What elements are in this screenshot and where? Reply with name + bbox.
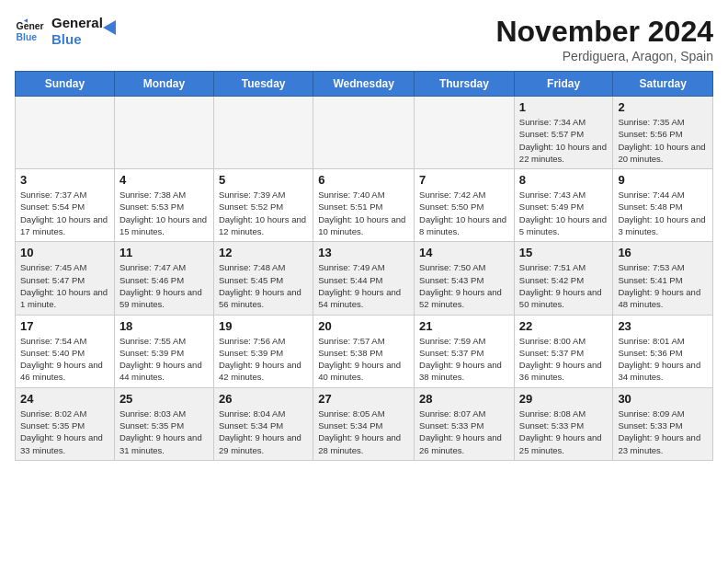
calendar-cell: 28Sunrise: 8:07 AMSunset: 5:33 PMDayligh…	[415, 387, 515, 460]
cell-info: Sunrise: 7:39 AMSunset: 5:52 PMDaylight:…	[219, 189, 308, 237]
header-row: SundayMondayTuesdayWednesdayThursdayFrid…	[16, 72, 713, 97]
cell-info: Sunrise: 7:34 AMSunset: 5:57 PMDaylight:…	[519, 116, 609, 165]
calendar-cell: 4Sunrise: 7:38 AMSunset: 5:53 PMDaylight…	[114, 169, 213, 242]
cell-info: Sunrise: 7:53 AMSunset: 5:41 PMDaylight:…	[618, 261, 708, 310]
title-area: November 2024 Perdiguera, Aragon, Spain	[495, 15, 713, 63]
cell-info: Sunrise: 8:05 AMSunset: 5:34 PMDaylight:…	[318, 408, 409, 456]
day-number: 25	[119, 392, 209, 406]
day-number: 2	[618, 100, 708, 114]
calendar-cell: 25Sunrise: 8:03 AMSunset: 5:35 PMDayligh…	[114, 387, 213, 460]
calendar-cell: 9Sunrise: 7:44 AMSunset: 5:48 PMDaylight…	[613, 169, 713, 242]
calendar-cell	[313, 97, 415, 169]
cell-info: Sunrise: 7:54 AMSunset: 5:40 PMDaylight:…	[20, 335, 109, 384]
day-number: 9	[618, 173, 708, 187]
logo-general: General	[51, 15, 103, 31]
day-number: 11	[119, 246, 209, 259]
cell-info: Sunrise: 7:50 AMSunset: 5:43 PMDaylight:…	[419, 261, 509, 310]
day-number: 12	[219, 246, 308, 259]
day-number: 17	[20, 319, 109, 333]
logo-blue: Blue	[51, 31, 103, 48]
calendar-cell: 27Sunrise: 8:05 AMSunset: 5:34 PMDayligh…	[313, 387, 415, 460]
day-number: 28	[419, 392, 509, 406]
cell-info: Sunrise: 7:55 AMSunset: 5:39 PMDaylight:…	[119, 335, 209, 384]
calendar-cell: 15Sunrise: 7:51 AMSunset: 5:42 PMDayligh…	[514, 242, 613, 315]
svg-marker-3	[103, 20, 116, 35]
cell-info: Sunrise: 7:38 AMSunset: 5:53 PMDaylight:…	[119, 189, 209, 237]
day-number: 3	[20, 173, 109, 187]
cell-info: Sunrise: 7:59 AMSunset: 5:37 PMDaylight:…	[419, 335, 509, 384]
location: Perdiguera, Aragon, Spain	[495, 49, 713, 63]
calendar-table: SundayMondayTuesdayWednesdayThursdayFrid…	[15, 71, 713, 461]
calendar-cell	[415, 97, 515, 169]
calendar-cell: 26Sunrise: 8:04 AMSunset: 5:34 PMDayligh…	[213, 387, 313, 460]
day-number: 8	[519, 173, 609, 187]
col-header-thursday: Thursday	[415, 72, 515, 97]
calendar-cell: 12Sunrise: 7:48 AMSunset: 5:45 PMDayligh…	[213, 242, 313, 315]
cell-info: Sunrise: 8:03 AMSunset: 5:35 PMDaylight:…	[119, 408, 209, 456]
day-number: 4	[119, 173, 209, 187]
calendar-cell: 11Sunrise: 7:47 AMSunset: 5:46 PMDayligh…	[114, 242, 213, 315]
day-number: 24	[20, 392, 109, 406]
day-number: 6	[318, 173, 409, 187]
calendar-cell: 16Sunrise: 7:53 AMSunset: 5:41 PMDayligh…	[613, 242, 713, 315]
day-number: 27	[318, 392, 409, 406]
day-number: 18	[119, 319, 209, 333]
cell-info: Sunrise: 7:44 AMSunset: 5:48 PMDaylight:…	[618, 189, 708, 237]
calendar-cell: 20Sunrise: 7:57 AMSunset: 5:38 PMDayligh…	[313, 315, 415, 387]
cell-info: Sunrise: 7:47 AMSunset: 5:46 PMDaylight:…	[119, 261, 209, 310]
page-header: General Blue General Blue November 2024 …	[15, 15, 713, 63]
col-header-wednesday: Wednesday	[313, 72, 415, 97]
cell-info: Sunrise: 8:07 AMSunset: 5:33 PMDaylight:…	[419, 408, 509, 456]
calendar-row: 17Sunrise: 7:54 AMSunset: 5:40 PMDayligh…	[16, 315, 713, 387]
svg-text:Blue: Blue	[17, 32, 38, 42]
cell-info: Sunrise: 7:40 AMSunset: 5:51 PMDaylight:…	[318, 189, 409, 237]
cell-info: Sunrise: 7:57 AMSunset: 5:38 PMDaylight:…	[318, 335, 409, 384]
day-number: 22	[519, 319, 609, 333]
calendar-cell: 19Sunrise: 7:56 AMSunset: 5:39 PMDayligh…	[213, 315, 313, 387]
calendar-cell	[213, 97, 313, 169]
calendar-cell: 24Sunrise: 8:02 AMSunset: 5:35 PMDayligh…	[16, 387, 115, 460]
calendar-cell: 13Sunrise: 7:49 AMSunset: 5:44 PMDayligh…	[313, 242, 415, 315]
cell-info: Sunrise: 7:51 AMSunset: 5:42 PMDaylight:…	[519, 261, 609, 310]
calendar-row: 3Sunrise: 7:37 AMSunset: 5:54 PMDaylight…	[16, 169, 713, 242]
col-header-friday: Friday	[514, 72, 613, 97]
cell-info: Sunrise: 7:43 AMSunset: 5:49 PMDaylight:…	[519, 189, 609, 237]
day-number: 14	[419, 246, 509, 259]
calendar-cell: 8Sunrise: 7:43 AMSunset: 5:49 PMDaylight…	[514, 169, 613, 242]
day-number: 30	[618, 392, 708, 406]
calendar-cell: 1Sunrise: 7:34 AMSunset: 5:57 PMDaylight…	[514, 97, 613, 169]
cell-info: Sunrise: 7:56 AMSunset: 5:39 PMDaylight:…	[219, 335, 308, 384]
logo-icon: General Blue	[15, 17, 44, 46]
cell-info: Sunrise: 8:08 AMSunset: 5:33 PMDaylight:…	[519, 408, 609, 456]
day-number: 20	[318, 319, 409, 333]
calendar-cell: 14Sunrise: 7:50 AMSunset: 5:43 PMDayligh…	[415, 242, 515, 315]
logo-arrow-icon	[103, 18, 121, 37]
cell-info: Sunrise: 8:09 AMSunset: 5:33 PMDaylight:…	[618, 408, 708, 456]
calendar-cell: 18Sunrise: 7:55 AMSunset: 5:39 PMDayligh…	[114, 315, 213, 387]
calendar-row: 10Sunrise: 7:45 AMSunset: 5:47 PMDayligh…	[16, 242, 713, 315]
calendar-cell: 5Sunrise: 7:39 AMSunset: 5:52 PMDaylight…	[213, 169, 313, 242]
cell-info: Sunrise: 7:48 AMSunset: 5:45 PMDaylight:…	[219, 261, 308, 310]
day-number: 23	[618, 319, 708, 333]
cell-info: Sunrise: 7:37 AMSunset: 5:54 PMDaylight:…	[20, 189, 109, 237]
day-number: 26	[219, 392, 308, 406]
calendar-cell: 22Sunrise: 8:00 AMSunset: 5:37 PMDayligh…	[514, 315, 613, 387]
cell-info: Sunrise: 7:35 AMSunset: 5:56 PMDaylight:…	[618, 116, 708, 165]
calendar-cell: 30Sunrise: 8:09 AMSunset: 5:33 PMDayligh…	[613, 387, 713, 460]
day-number: 16	[618, 246, 708, 259]
month-title: November 2024	[495, 15, 713, 49]
calendar-cell: 29Sunrise: 8:08 AMSunset: 5:33 PMDayligh…	[514, 387, 613, 460]
calendar-row: 24Sunrise: 8:02 AMSunset: 5:35 PMDayligh…	[16, 387, 713, 460]
svg-text:General: General	[17, 21, 44, 31]
cell-info: Sunrise: 7:42 AMSunset: 5:50 PMDaylight:…	[419, 189, 509, 237]
day-number: 13	[318, 246, 409, 259]
col-header-sunday: Sunday	[16, 72, 115, 97]
day-number: 21	[419, 319, 509, 333]
col-header-tuesday: Tuesday	[213, 72, 313, 97]
day-number: 19	[219, 319, 308, 333]
cell-info: Sunrise: 8:00 AMSunset: 5:37 PMDaylight:…	[519, 335, 609, 384]
day-number: 5	[219, 173, 308, 187]
calendar-cell: 21Sunrise: 7:59 AMSunset: 5:37 PMDayligh…	[415, 315, 515, 387]
day-number: 15	[519, 246, 609, 259]
calendar-cell: 7Sunrise: 7:42 AMSunset: 5:50 PMDaylight…	[415, 169, 515, 242]
